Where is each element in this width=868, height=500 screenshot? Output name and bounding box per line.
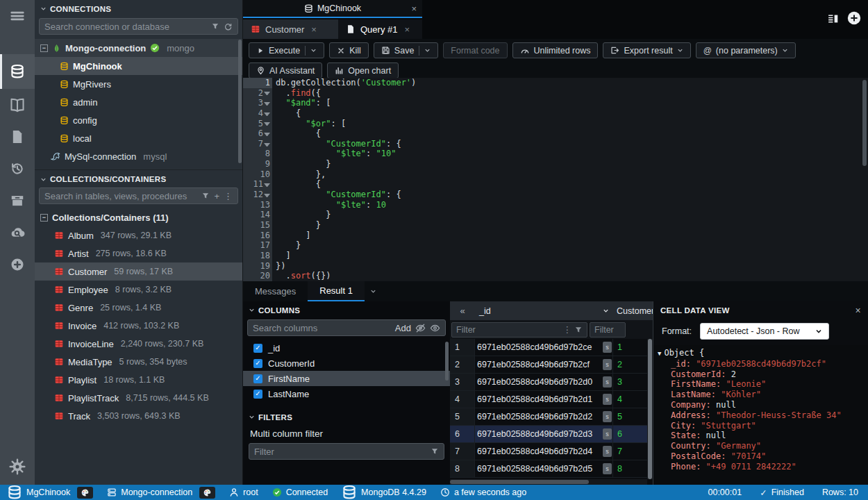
row-number[interactable]: 6: [450, 426, 475, 442]
filter-icon[interactable]: [201, 192, 210, 200]
column-item[interactable]: ✓ FirstName: [243, 371, 450, 386]
statusbar-database[interactable]: MgChinook: [7, 485, 93, 500]
fold-arrow-icon[interactable]: [264, 181, 270, 188]
collapse-columns-button[interactable]: «: [450, 306, 475, 316]
customerid-filter-input[interactable]: Filter: [590, 322, 626, 338]
collection-item[interactable]: Genre 25 rows, 1.4 KB: [35, 299, 242, 317]
cell-id[interactable]: 6971eb02588cd49b6d97b2d1 s: [475, 391, 613, 408]
save-button[interactable]: Save: [374, 42, 439, 58]
nav-reference[interactable]: [0, 89, 35, 121]
sort-chevron-icon[interactable]: [603, 306, 609, 316]
column-item[interactable]: ✓ LastName: [243, 386, 450, 401]
multi-column-filter-input[interactable]: Filter: [249, 443, 444, 460]
cell-id[interactable]: 6971eb02588cd49b6d97b2d5 s: [475, 460, 613, 477]
connection-item-mysql[interactable]: MySql-connection mysql: [35, 147, 242, 165]
columns-header[interactable]: COLUMNS: [243, 301, 450, 319]
chevron-down-icon[interactable]: [310, 47, 317, 53]
result-tabs-dropdown-icon[interactable]: [365, 281, 382, 301]
line-gutter[interactable]: 19: [243, 261, 272, 272]
line-gutter[interactable]: 13: [243, 200, 272, 210]
cell-id[interactable]: 6971eb02588cd49b6d97b2cf s: [475, 356, 613, 373]
line-gutter[interactable]: 5: [243, 119, 272, 129]
collection-item[interactable]: PlaylistTrack 8,715 rows, 444.5 KB: [35, 389, 242, 407]
database-item[interactable]: MgRivers: [35, 75, 242, 93]
show-all-icon[interactable]: [430, 323, 440, 333]
column-header-customerid[interactable]: CustomerId: [613, 306, 653, 316]
collapse-triangle-icon[interactable]: ▼: [658, 350, 661, 357]
close-icon[interactable]: ×: [404, 24, 410, 35]
statusbar-status[interactable]: Connected: [272, 488, 328, 497]
column-header-id[interactable]: _id: [475, 306, 613, 316]
fold-arrow-icon[interactable]: [264, 100, 270, 106]
sidebar-scrollbar[interactable]: [238, 40, 242, 163]
cell-id[interactable]: 6971eb02588cd49b6d97b2d4 s: [475, 443, 613, 460]
format-select[interactable]: Autodetect - Json - Row: [700, 323, 829, 340]
cell-id[interactable]: 6971eb02588cd49b6d97b2d0 s: [475, 374, 613, 390]
cell-id[interactable]: 6971eb02588cd49b6d97b2d2 s: [475, 408, 613, 425]
line-gutter[interactable]: 8: [243, 149, 272, 159]
json-root-row[interactable]: ▼Object {: [658, 348, 868, 359]
settings-button[interactable]: [0, 449, 35, 485]
checkbox-checked-icon[interactable]: ✓: [253, 359, 262, 368]
tab-group-header[interactable]: MgChinook ×: [243, 0, 422, 18]
statusbar-version[interactable]: MongoDB 4.4.29: [342, 485, 426, 500]
collections-header[interactable]: COLLECTIONS/CONTAINERS: [35, 169, 242, 187]
collection-item[interactable]: Track 3,503 rows, 649.3 KB: [35, 407, 242, 425]
line-gutter[interactable]: 7: [243, 139, 272, 149]
tab-messages[interactable]: Messages: [243, 281, 308, 301]
close-group-icon[interactable]: ×: [411, 3, 417, 14]
database-item[interactable]: admin: [35, 93, 242, 111]
line-gutter[interactable]: 2: [243, 88, 272, 99]
execute-button[interactable]: Execute: [249, 42, 324, 58]
nav-databases[interactable]: [0, 54, 35, 89]
refresh-icon[interactable]: [224, 22, 233, 31]
statusbar-refreshed[interactable]: a few seconds ago: [440, 488, 526, 497]
close-icon[interactable]: ×: [856, 305, 861, 316]
line-gutter[interactable]: 18: [243, 251, 272, 261]
kebab-menu-icon[interactable]: ⋮: [563, 324, 572, 335]
columns-scrollbar[interactable]: [445, 342, 449, 381]
row-number[interactable]: 2: [450, 356, 475, 373]
column-item[interactable]: ✓ _id: [243, 340, 450, 356]
grid-horizontal-scrollbar[interactable]: [450, 479, 647, 485]
editor-scrollbar[interactable]: [862, 80, 867, 166]
row-number[interactable]: 8: [450, 460, 475, 477]
grid-vertical-scrollbar[interactable]: [647, 339, 653, 479]
database-item[interactable]: MgChinook: [35, 57, 242, 75]
statusbar-user[interactable]: root: [229, 488, 258, 497]
collapse-box-icon[interactable]: −: [40, 214, 48, 222]
filter-icon[interactable]: [574, 326, 583, 334]
line-gutter[interactable]: 10: [243, 169, 272, 180]
line-gutter[interactable]: 4: [243, 108, 272, 119]
row-number[interactable]: 7: [450, 443, 475, 460]
nav-history[interactable]: [0, 153, 35, 185]
row-number[interactable]: 4: [450, 391, 475, 408]
collection-item[interactable]: Artist 275 rows, 18.6 KB: [35, 244, 242, 262]
chevron-down-icon[interactable]: [677, 47, 683, 53]
format-code-button[interactable]: Format code: [443, 42, 507, 58]
connection-item-mongo[interactable]: − Mongo-connection mongo: [35, 39, 242, 57]
column-item[interactable]: ✓ CustomerId: [243, 356, 450, 371]
fold-arrow-icon[interactable]: [264, 131, 270, 137]
line-gutter[interactable]: 17: [243, 240, 272, 251]
columns-search-input[interactable]: Search columns Add: [247, 319, 446, 336]
table-search-input[interactable]: Search in tables, views, procedures + ⋮: [39, 188, 238, 204]
filter-icon[interactable]: [211, 22, 219, 31]
collection-item[interactable]: Invoice 412 rows, 103.2 KB: [35, 317, 242, 335]
database-item[interactable]: local: [35, 129, 242, 147]
collections-root[interactable]: − Collections/Containers (11): [35, 208, 242, 226]
nav-add-connection[interactable]: [0, 249, 35, 281]
checkbox-checked-icon[interactable]: ✓: [253, 390, 262, 399]
parameters-button[interactable]: @ (no parameters): [696, 42, 796, 58]
line-gutter[interactable]: 12: [243, 190, 272, 200]
kebab-menu-icon[interactable]: ⋮: [224, 192, 233, 201]
line-gutter[interactable]: 15: [243, 220, 272, 231]
row-number[interactable]: 1: [450, 339, 475, 356]
connections-header[interactable]: CONNECTIONS: [35, 0, 242, 17]
fold-arrow-icon[interactable]: [264, 120, 270, 126]
database-item[interactable]: config: [35, 111, 242, 129]
split-view-icon[interactable]: [827, 12, 839, 24]
query-editor[interactable]: 1 db.getCollection('Customer') 2 .find({…: [243, 78, 868, 281]
line-gutter[interactable]: 14: [243, 210, 272, 220]
id-filter-input[interactable]: Filter ⋮: [451, 322, 587, 338]
